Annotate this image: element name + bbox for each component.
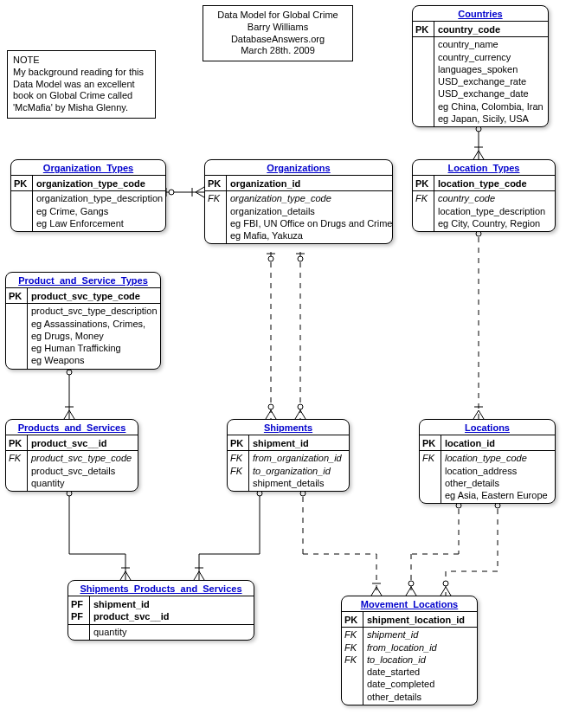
attr-name: location_type_description (438, 205, 551, 217)
attr-name: other_details (367, 691, 473, 703)
entity-title: Organization_Types (11, 160, 165, 176)
attr-key (415, 87, 431, 100)
entity-shipments: Shipments PKFKFK shipment_idfrom_organiz… (227, 419, 350, 492)
svg-line-42 (125, 571, 131, 580)
attr-name: USD_exchange_date (438, 87, 544, 100)
entity-products-and-services: Products_and_Services PKFK product_svc__… (5, 419, 138, 492)
attr-key: PK (230, 437, 246, 449)
entity-title: Movement_Locations (342, 596, 477, 612)
svg-line-41 (120, 571, 125, 580)
attr-name: USD_exchange_rate (438, 75, 544, 87)
svg-point-67 (408, 581, 414, 586)
entity-shipments-products-services: Shipments_Products_and_Services PFPF shi… (68, 580, 254, 641)
svg-line-28 (300, 410, 306, 419)
attr-name: country_code (438, 192, 551, 204)
attr-name: organization_type_code (36, 177, 163, 190)
entity-title: Shipments (228, 420, 349, 435)
svg-line-73 (441, 587, 446, 596)
attr-key (415, 217, 431, 229)
attr-key: PF (71, 598, 87, 610)
attr-name: shipment_id (367, 628, 473, 641)
attr-name: eg FBI, UN Office on Drugs and Crime (230, 217, 392, 229)
entity-title: Locations (420, 420, 555, 435)
title-line2: Barry Williams (209, 22, 347, 34)
attr-key: FK (9, 452, 24, 464)
attr-name: languages_spoken (438, 63, 544, 75)
entity-location-types: Location_Types PKFK location_type_codeco… (412, 159, 556, 232)
svg-line-4 (196, 192, 204, 197)
svg-line-15 (473, 410, 479, 419)
title-line3: DatabaseAnswers.org (209, 34, 347, 46)
attr-name: product_svc__id (31, 437, 134, 449)
attr-name: date_completed (367, 678, 473, 690)
attr-name: product_svc_type_description (31, 305, 158, 317)
attr-name: eg China, Colombia, Iran (438, 100, 544, 113)
attr-name: eg Weapons (31, 354, 158, 366)
attr-key (71, 626, 87, 638)
attr-name: country_code (438, 23, 544, 35)
attr-name: organization_type_code (230, 192, 392, 204)
title-line4: March 28th. 2009 (209, 45, 347, 57)
attr-key (415, 113, 431, 125)
note-l4: 'McMafia' by Misha Glenny. (13, 102, 150, 114)
attr-key (344, 691, 360, 703)
attr-name: organization_type_description (36, 192, 163, 204)
attr-name: other_details (445, 477, 551, 489)
entity-movement-locations: Movement_Locations PKFKFKFK shipment_loc… (341, 596, 478, 705)
svg-point-20 (268, 256, 273, 261)
attr-name: eg Assassinations, Crimes, (31, 318, 158, 330)
svg-point-29 (298, 404, 303, 409)
attr-name: location_type_code (445, 452, 551, 464)
entity-title: Location_Types (413, 160, 555, 176)
svg-point-32 (67, 370, 72, 375)
attr-key (415, 38, 431, 50)
attr-key (422, 489, 438, 501)
svg-line-49 (194, 571, 199, 580)
entity-title: Shipments_Products_and_Services (68, 581, 254, 596)
entity-product-service-types: Product_and_Service_Types PK product_svc… (5, 272, 161, 370)
svg-line-21 (266, 410, 271, 419)
attr-key: FK (344, 654, 360, 666)
attr-key (14, 205, 29, 217)
attr-name: shipment_location_id (367, 614, 473, 626)
attr-name: eg Asia, Eastern Europe (445, 489, 551, 501)
attr-key (14, 217, 29, 229)
attr-key: PK (344, 614, 360, 626)
attr-name: shipment_id (253, 437, 345, 449)
attr-name: shipment_details (253, 477, 345, 489)
svg-line-34 (69, 410, 74, 419)
attr-key (415, 100, 431, 113)
svg-line-3 (196, 187, 204, 192)
attr-name: location_id (445, 437, 551, 449)
attr-name: eg Crime, Gangs (36, 205, 163, 217)
attr-key: FK (230, 452, 246, 464)
attr-key (208, 205, 223, 217)
svg-line-16 (479, 410, 484, 419)
attr-key: PK (415, 177, 431, 190)
svg-point-2 (169, 190, 174, 195)
attr-key (415, 63, 431, 75)
attr-key (415, 51, 431, 63)
svg-point-75 (443, 581, 448, 586)
svg-point-23 (268, 404, 273, 409)
attr-key: PF (71, 610, 87, 622)
attr-name: quantity (31, 477, 134, 489)
entity-locations: Locations PKFK location_idlocation_type_… (419, 419, 556, 504)
note-l2: Data Model was an excellent (13, 79, 150, 91)
attr-name: eg Japan, Sicily, USA (438, 113, 544, 125)
attr-key (9, 477, 24, 489)
attr-key: FK (422, 452, 438, 464)
attr-key: PK (9, 290, 24, 302)
attr-key (208, 217, 223, 229)
attr-name: product_svc_type_code (31, 290, 158, 302)
attr-key (422, 465, 438, 477)
attr-key (9, 354, 24, 366)
attr-name: date_started (367, 666, 473, 678)
svg-point-26 (298, 256, 303, 261)
diagram-title-box: Data Model for Global Crime Barry Willia… (203, 5, 353, 61)
attr-key (344, 666, 360, 678)
svg-line-10 (479, 151, 484, 159)
attr-name: product_svc_details (31, 465, 134, 477)
attr-name: eg Law Enforcement (36, 217, 163, 229)
attr-key: PK (415, 23, 431, 35)
